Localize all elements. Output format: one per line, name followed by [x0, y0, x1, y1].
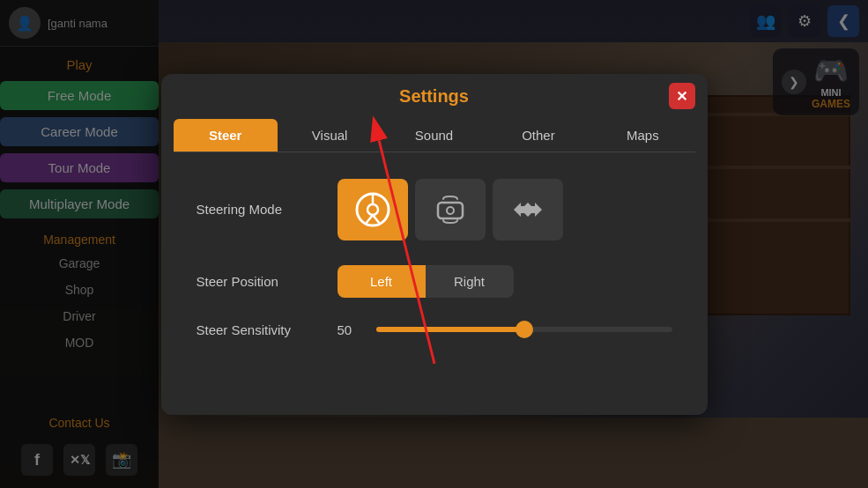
modal-close-button[interactable]: ✕: [669, 83, 695, 109]
svg-line-4: [373, 215, 380, 224]
svg-rect-5: [438, 203, 463, 218]
svg-point-1: [367, 204, 378, 215]
steer-wheel-button[interactable]: [338, 179, 408, 240]
sensitivity-slider-track[interactable]: [376, 327, 672, 332]
steer-gyro-button[interactable]: [415, 179, 486, 240]
svg-line-3: [366, 215, 373, 224]
steer-position-row: Steer Position Left Right: [197, 265, 672, 298]
tab-sound[interactable]: Sound: [382, 119, 486, 152]
position-right-button[interactable]: Right: [426, 265, 514, 298]
modal-header: Settings ✕: [161, 74, 708, 119]
steer-position-label: Steer Position: [197, 274, 338, 289]
sensitivity-slider-fill: [376, 327, 524, 332]
tab-other[interactable]: Other: [486, 119, 590, 152]
svg-marker-8: [514, 203, 535, 217]
settings-modal: Settings ✕ Steer Visual Sound Other Maps…: [161, 74, 708, 415]
steer-arrows-button[interactable]: [493, 179, 563, 240]
sensitivity-slider-thumb[interactable]: [516, 321, 533, 338]
steer-sensitivity-row: Steer Sensitivity 50: [197, 322, 672, 337]
position-toggle: Left Right: [338, 265, 514, 298]
steering-mode-row: Steering Mode: [197, 179, 672, 240]
steering-options: [338, 179, 563, 240]
modal-overlay: Settings ✕ Steer Visual Sound Other Maps…: [0, 0, 868, 488]
sensitivity-value: 50: [338, 322, 364, 337]
tab-steer[interactable]: Steer: [174, 119, 278, 152]
svg-point-6: [447, 207, 454, 214]
tab-visual[interactable]: Visual: [278, 119, 382, 152]
sensitivity-control: 50: [338, 322, 672, 337]
modal-title: Settings: [399, 86, 469, 107]
steering-mode-label: Steering Mode: [197, 202, 338, 217]
tab-maps[interactable]: Maps: [590, 119, 694, 152]
steer-sensitivity-label: Steer Sensitivity: [197, 322, 338, 337]
settings-tabs: Steer Visual Sound Other Maps: [174, 119, 695, 152]
modal-content: Steering Mode: [161, 152, 708, 388]
position-left-button[interactable]: Left: [338, 265, 426, 298]
